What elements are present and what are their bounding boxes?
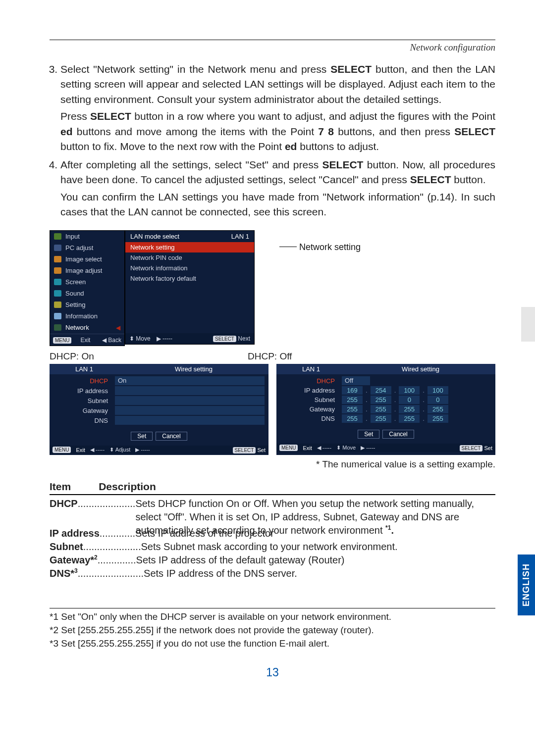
menu-pill: MENU xyxy=(53,337,71,344)
footnotes: *1 Set "On" only when the DHCP server is… xyxy=(50,608,495,650)
osd-main-menu: Input PC adjust Image select Image adjus… xyxy=(50,230,125,346)
item-description-block: DHCP..................... Sets DHCP func… xyxy=(50,497,495,580)
table-header: Item Description xyxy=(50,481,495,495)
osd-submenu: LAN mode select LAN 1 Network setting Ne… xyxy=(125,230,255,345)
page-number: 13 xyxy=(50,666,495,679)
cancel-button[interactable]: Cancel xyxy=(156,432,187,441)
header-rule xyxy=(50,40,495,40)
callout-label: Network setting xyxy=(279,242,361,252)
cancel-button[interactable]: Cancel xyxy=(382,430,414,439)
language-tab: ENGLISH xyxy=(518,554,535,615)
dhcp-on-panel: LAN 1 Wired setting DHCPOn IP address Su… xyxy=(50,364,268,455)
section-header: Network configuration xyxy=(50,42,495,53)
instruction-list: Select "Network setting" in the Network … xyxy=(50,62,495,219)
instruction-3: Select "Network setting" in the Network … xyxy=(60,62,495,154)
page-tab-grey xyxy=(521,307,535,342)
set-button[interactable]: Set xyxy=(358,430,379,439)
document-page: ENGLISH Network configuration Select "Ne… xyxy=(0,0,535,753)
dhcp-on-label: DHCP: On xyxy=(50,351,248,362)
numeric-note: * The numerical value is a setting examp… xyxy=(50,459,495,470)
instruction-4: After completing all the settings, selec… xyxy=(60,157,495,220)
set-button[interactable]: Set xyxy=(131,432,153,441)
dhcp-off-label: DHCP: Off xyxy=(248,351,292,362)
dhcp-off-panel: LAN 1 Wired setting DHCPOff IP address 1… xyxy=(276,364,495,455)
osd-network-menu: Input PC adjust Image select Image adjus… xyxy=(50,230,495,346)
